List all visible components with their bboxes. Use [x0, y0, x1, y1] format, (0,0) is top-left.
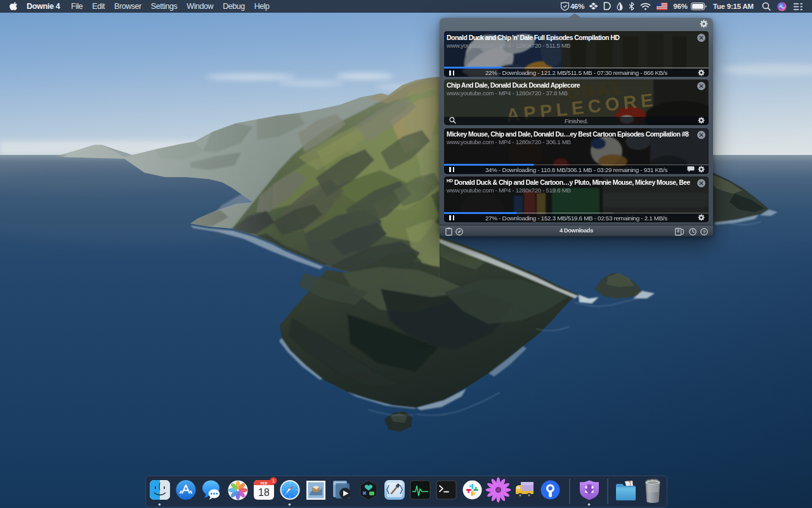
svg-text:1: 1 [272, 478, 275, 484]
svg-text:18: 18 [258, 487, 270, 498]
svg-text:FEB: FEB [261, 481, 268, 485]
